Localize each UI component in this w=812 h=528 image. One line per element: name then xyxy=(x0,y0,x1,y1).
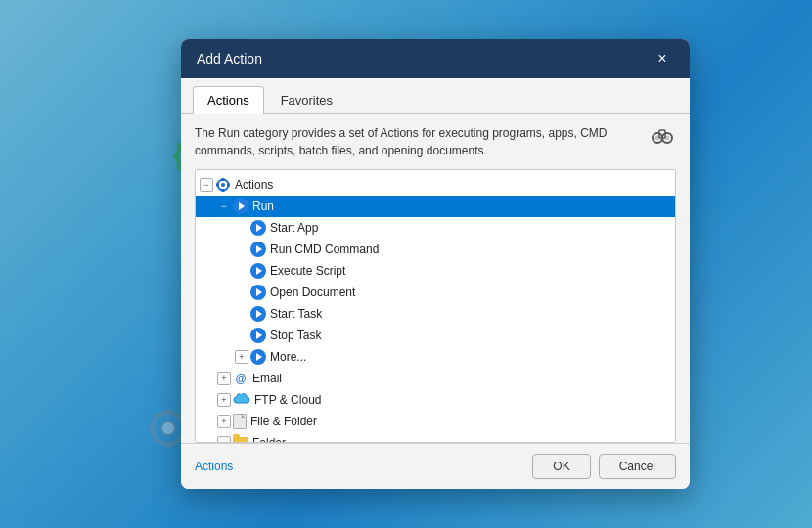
tree-item-email[interactable]: + @ Email xyxy=(196,368,675,389)
gear-icon xyxy=(215,177,231,193)
svg-rect-22 xyxy=(153,413,159,419)
tree-item-run-cmd[interactable]: Run CMD Command xyxy=(196,239,675,260)
svg-rect-42 xyxy=(227,184,230,187)
run-cmd-icon xyxy=(250,242,266,257)
execute-script-icon xyxy=(250,263,266,279)
start-task-icon xyxy=(250,306,266,322)
cancel-button[interactable]: Cancel xyxy=(599,454,676,479)
stop-task-label: Stop Task xyxy=(270,329,321,342)
svg-point-17 xyxy=(161,421,175,435)
svg-rect-40 xyxy=(222,189,225,192)
svg-point-16 xyxy=(153,413,184,444)
cloud-icon xyxy=(233,393,250,407)
expand-more[interactable]: + xyxy=(235,350,248,364)
tree-item-file-folder[interactable]: + File & Folder xyxy=(196,411,675,432)
svg-point-38 xyxy=(221,183,225,187)
description-text: The Run category provides a set of Actio… xyxy=(195,124,641,159)
start-task-label: Start Task xyxy=(270,307,322,321)
tree-item-folder[interactable]: − Folder xyxy=(196,432,675,443)
tree-item-execute-script[interactable]: Execute Script xyxy=(196,260,675,282)
ok-button[interactable]: OK xyxy=(532,454,590,479)
tree-item-open-document[interactable]: Open Document xyxy=(196,282,675,303)
svg-rect-18 xyxy=(165,409,171,415)
svg-rect-39 xyxy=(222,178,225,181)
more-label: More... xyxy=(270,350,306,364)
expand-actions[interactable]: − xyxy=(200,178,213,192)
svg-rect-19 xyxy=(165,442,171,448)
open-doc-icon xyxy=(250,285,266,300)
tree-item-run[interactable]: − Run xyxy=(196,196,675,217)
run-cmd-label: Run CMD Command xyxy=(270,242,379,256)
tree-item-ftp[interactable]: + FTP & Cloud xyxy=(196,389,675,411)
binoculars-icon[interactable] xyxy=(649,124,676,148)
stop-task-icon xyxy=(250,328,266,343)
backdrop: Actions xyxy=(0,0,812,528)
run-play-icon xyxy=(233,198,248,214)
execute-script-label: Execute Script xyxy=(270,264,345,278)
expand-email[interactable]: + xyxy=(217,372,231,385)
expand-run[interactable]: − xyxy=(217,199,231,213)
expand-file-folder[interactable]: + xyxy=(217,415,231,428)
email-label: Email xyxy=(252,372,282,385)
expand-ftp[interactable]: + xyxy=(217,393,231,407)
svg-rect-24 xyxy=(153,436,159,443)
start-app-label: Start App xyxy=(270,221,318,235)
svg-point-36 xyxy=(665,136,670,141)
dialog-titlebar: Add Action × xyxy=(181,39,690,78)
description-area: The Run category provides a set of Actio… xyxy=(181,114,690,169)
tree-item-stop-task[interactable]: Stop Task xyxy=(196,325,675,346)
tabs-bar: Actions Favorites xyxy=(181,78,690,114)
tree-item-start-task[interactable]: Start Task xyxy=(196,303,675,325)
ftp-label: FTP & Cloud xyxy=(254,393,321,407)
tree-item-actions-root[interactable]: − Actions xyxy=(196,174,675,196)
actions-link[interactable]: Actions xyxy=(195,460,233,473)
expand-folder[interactable]: − xyxy=(217,436,231,443)
close-button[interactable]: × xyxy=(651,47,674,70)
tab-favorites[interactable]: Favorites xyxy=(266,86,347,113)
more-icon xyxy=(250,349,266,365)
right-panel: Actions Favorites The Run category provi… xyxy=(181,78,690,489)
tree-view[interactable]: − Actions − xyxy=(195,169,676,443)
tree-item-more[interactable]: + More... xyxy=(196,346,675,368)
file-folder-label: File & Folder xyxy=(250,415,317,428)
svg-rect-41 xyxy=(216,184,219,187)
dialog-footer: Actions OK Cancel xyxy=(181,443,690,489)
email-icon: @ xyxy=(233,371,248,386)
footer-buttons: OK Cancel xyxy=(532,454,676,479)
actions-root-label: Actions xyxy=(235,178,273,192)
file-icon xyxy=(233,414,247,429)
folder-label: Folder xyxy=(252,436,286,443)
open-document-label: Open Document xyxy=(270,286,355,299)
svg-rect-4 xyxy=(173,154,179,159)
svg-point-35 xyxy=(655,136,660,141)
start-app-icon xyxy=(250,220,266,236)
tab-actions[interactable]: Actions xyxy=(193,86,264,114)
svg-rect-20 xyxy=(149,425,155,431)
dialog-body: Actions Favorites The Run category provi… xyxy=(181,78,690,489)
tree-item-start-app[interactable]: Start App xyxy=(196,217,675,239)
dialog-title: Add Action xyxy=(197,51,262,66)
add-action-dialog: Add Action × Actions Favorites The Run xyxy=(181,39,690,489)
run-label: Run xyxy=(252,199,274,213)
